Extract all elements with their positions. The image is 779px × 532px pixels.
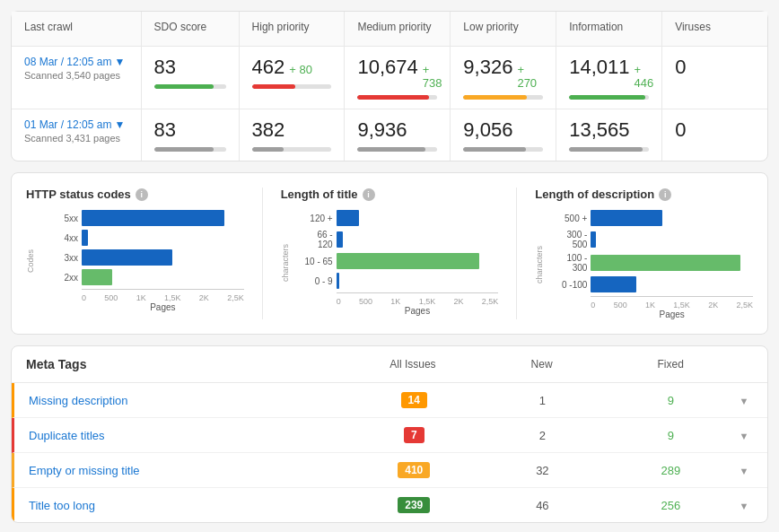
http-tick-0: 0 <box>82 293 86 302</box>
chart-divider-1 <box>262 188 263 319</box>
info-value-1: 14,011 <box>569 56 629 79</box>
meta-new-header: New <box>477 358 607 371</box>
desc-fill-100 <box>591 255 740 271</box>
crawl-chevron-2: ▼ <box>114 118 125 131</box>
meta-link-empty-title[interactable]: Empty or missing title <box>29 464 140 477</box>
last-crawl-cell-2: 01 Mar / 12:05 am ▼ Scanned 3,431 pages <box>12 109 142 161</box>
sdo-label: SDO score <box>154 21 226 33</box>
http-tick-15k: 1,5K <box>164 293 181 302</box>
http-info-icon[interactable]: i <box>136 188 148 201</box>
meta-fixed-title-long: 256 <box>607 499 735 512</box>
http-chart-title: HTTP status codes i <box>26 188 244 201</box>
chart-divider-2 <box>516 188 517 319</box>
crawl-date-link-2[interactable]: 01 Mar / 12:05 am ▼ <box>24 118 128 131</box>
info-progress-1 <box>569 95 649 100</box>
http-track-5xx <box>82 210 244 226</box>
desc-track-100 <box>591 255 753 271</box>
sdo-cell-1: 83 <box>142 47 240 109</box>
title-tick-2k: 2K <box>454 297 464 306</box>
meta-all-empty-title: 410 <box>350 462 478 478</box>
meta-link-missing-desc[interactable]: Missing description <box>29 394 128 407</box>
low-fill-2 <box>463 147 525 152</box>
meta-chevron-missing-desc[interactable]: ▼ <box>735 394 753 407</box>
title-bars: 120 + 66 - 120 10 - 65 <box>301 210 499 316</box>
title-chart-section: Length of title i characters 120 + 66 - … <box>281 188 499 319</box>
high-fill-2 <box>252 147 284 152</box>
title-bar-66: 66 - 120 <box>301 230 499 249</box>
stats-card: Last crawl SDO score High priority Mediu… <box>11 11 768 161</box>
http-track-4xx <box>82 230 244 246</box>
http-track-3xx <box>82 249 244 266</box>
high-value-1: 462 <box>252 56 285 79</box>
viruses-label: Viruses <box>675 21 755 33</box>
info-fill-1 <box>569 95 644 100</box>
title-track-120 <box>337 210 499 226</box>
title-info-icon[interactable]: i <box>363 188 375 201</box>
meta-fixed-empty-title: 289 <box>607 464 735 477</box>
meta-badge-dup-titles: 7 <box>404 427 425 443</box>
sdo-cell-2: 83 <box>142 109 240 161</box>
http-y-label: Codes <box>26 249 35 273</box>
info-value-2: 13,565 <box>569 118 649 142</box>
meta-chevron-dup-titles[interactable]: ▼ <box>735 429 753 442</box>
low-fill-1 <box>463 95 527 100</box>
meta-chevron-empty-title[interactable]: ▼ <box>735 464 753 477</box>
desc-label-100: 100 - 300 <box>555 253 587 273</box>
title-bar-0: 0 - 9 <box>301 273 499 289</box>
stats-header-row: Last crawl SDO score High priority Mediu… <box>12 12 767 47</box>
title-y-label: characters <box>281 244 290 282</box>
crawl-pages-2: Scanned 3,431 pages <box>24 133 128 144</box>
http-tick-2k: 2K <box>199 293 209 302</box>
meta-link-title-long[interactable]: Title too long <box>29 499 95 512</box>
low-progress-2 <box>463 147 543 152</box>
crawl-date-1: 08 Mar / 12:05 am <box>24 56 111 68</box>
desc-label-500: 500 + <box>555 214 587 223</box>
title-bar-120: 120 + <box>301 210 499 226</box>
title-track-66 <box>337 231 499 248</box>
http-fill-3xx <box>82 249 172 266</box>
high-value-2: 382 <box>252 118 332 142</box>
crawl-pages-1: Scanned 3,540 pages <box>24 70 128 81</box>
low-priority-cell-1: 9,326 + 270 <box>451 47 556 109</box>
desc-x-axis-line <box>591 296 753 297</box>
desc-chart-area: characters 500 + 300 - 500 100 - 300 <box>535 210 753 319</box>
information-label: Information <box>569 21 649 33</box>
information-cell-1: 14,011 + 446 <box>556 47 662 109</box>
charts-card: HTTP status codes i Codes 5xx 4xx <box>11 172 768 335</box>
crawl-date-link-1[interactable]: 08 Mar / 12:05 am ▼ <box>24 56 128 68</box>
sdo-value-1: 83 <box>154 56 226 79</box>
desc-info-icon[interactable]: i <box>659 188 671 201</box>
medium-delta-1: + 738 <box>423 63 442 90</box>
meta-link-dup-titles[interactable]: Duplicate titles <box>29 429 105 442</box>
desc-bar-300: 300 - 500 <box>555 230 753 249</box>
information-header: Information <box>556 12 662 46</box>
meta-name-missing-desc: Missing description <box>29 394 350 407</box>
meta-badge-title-long: 239 <box>398 497 430 513</box>
desc-bar-0: 0 -100 <box>555 276 753 292</box>
desc-bar-500: 500 + <box>555 210 753 226</box>
meta-fixed-header: Fixed <box>606 358 735 371</box>
title-track-10 <box>337 253 499 269</box>
http-label-2xx: 2xx <box>46 273 78 283</box>
meta-chevron-title-long[interactable]: ▼ <box>735 499 753 512</box>
sdo-progress-2 <box>154 147 226 152</box>
medium-fill-2 <box>357 147 425 152</box>
desc-fill-500 <box>591 210 661 226</box>
meta-new-dup-titles: 2 <box>478 429 607 442</box>
high-fill-1 <box>252 84 296 89</box>
http-tick-500: 500 <box>104 293 118 302</box>
viruses-value-2: 0 <box>675 118 755 142</box>
meta-name-title-long: Title too long <box>29 499 350 512</box>
high-priority-cell-1: 462 + 80 <box>240 47 346 109</box>
title-fill-0 <box>337 273 340 289</box>
http-tick-25k: 2,5K <box>227 293 244 302</box>
title-label-0: 0 - 9 <box>301 276 333 286</box>
crawl-date-2: 01 Mar / 12:05 am <box>24 118 111 131</box>
medium-progress-2 <box>357 147 437 152</box>
low-priority-cell-2: 9,056 <box>451 109 556 161</box>
title-label-10: 10 - 65 <box>301 257 333 266</box>
desc-tick-25k: 2,5K <box>737 301 754 310</box>
desc-chart-title: Length of description i <box>535 188 753 201</box>
stats-data-row-2: 01 Mar / 12:05 am ▼ Scanned 3,431 pages … <box>12 109 767 161</box>
crawl-chevron-1: ▼ <box>114 56 125 68</box>
